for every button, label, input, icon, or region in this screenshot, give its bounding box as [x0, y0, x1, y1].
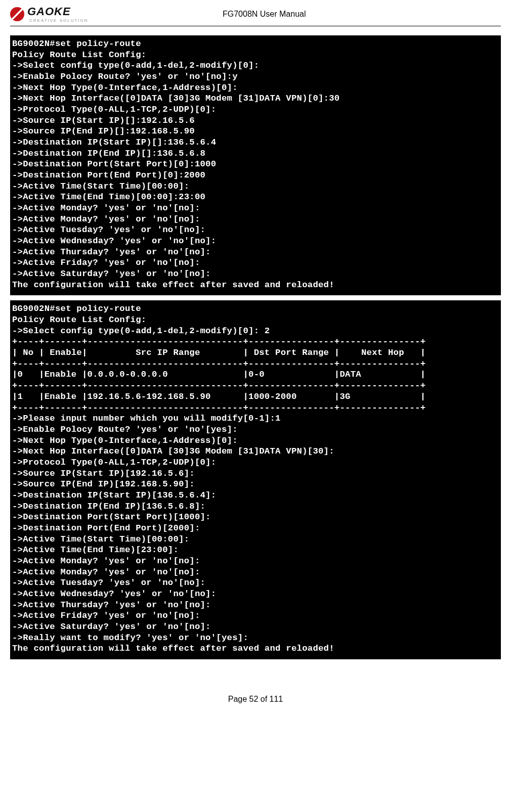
- page-header: GAOKE CREATIVE SOLUTION FG7008N User Man…: [10, 5, 501, 26]
- page-footer: Page 52 of 111: [10, 695, 501, 704]
- brand-name: GAOKE: [27, 5, 71, 18]
- terminal-screenshot-1: BG9002N#set policy-route Policy Route Li…: [10, 35, 501, 295]
- terminal-screenshot-2: BG9002N#set policy-route Policy Route Li…: [10, 300, 501, 659]
- document-title: FG7008N User Manual: [89, 10, 501, 19]
- logo-icon: [10, 7, 24, 21]
- brand-logo: GAOKE CREATIVE SOLUTION: [10, 5, 89, 23]
- brand-tagline: CREATIVE SOLUTION: [29, 18, 89, 23]
